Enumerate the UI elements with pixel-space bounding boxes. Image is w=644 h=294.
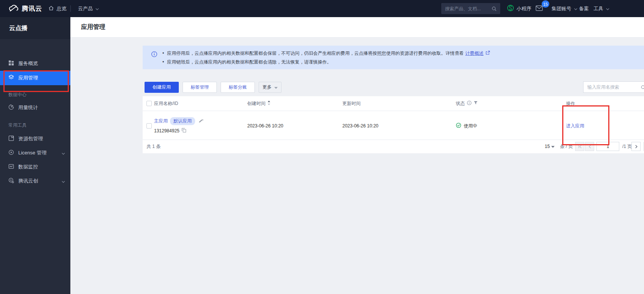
- top-nav-bar: 腾讯云 总览 云产品 小程序 15 集团账号: [0, 0, 644, 17]
- sidebar-item-license-management[interactable]: License 管理: [0, 146, 70, 160]
- more-button[interactable]: 更多: [259, 82, 281, 93]
- topbar-search-box[interactable]: [441, 3, 500, 14]
- created-time-cell: 2023-06-26 10:20: [247, 123, 283, 129]
- sort-icon[interactable]: [267, 100, 270, 106]
- chevron-down-icon: [606, 6, 609, 11]
- tag-split-button[interactable]: 标签分账: [221, 82, 255, 93]
- copy-icon[interactable]: [181, 128, 186, 134]
- banner-line1: 应用停用后，云点播应用内的相关数据和配置都会保留，不可访问，仍旧会产生相应的费用…: [167, 50, 464, 57]
- prev-page-button[interactable]: [585, 142, 594, 151]
- nav-tools[interactable]: 工具: [593, 0, 609, 17]
- sidebar-item-data-monitoring[interactable]: 数据监控: [0, 160, 70, 174]
- filter-funnel-icon[interactable]: [474, 101, 478, 106]
- sidebar-item-label: 腾讯云创: [18, 178, 38, 184]
- info-icon: [151, 51, 157, 59]
- app-search-input[interactable]: [584, 82, 644, 92]
- chevron-down-icon: [95, 6, 99, 11]
- search-icon[interactable]: [641, 85, 644, 91]
- nav-overview[interactable]: 总览: [48, 0, 67, 17]
- first-page-button[interactable]: [575, 142, 584, 151]
- caret-down-icon: [274, 85, 278, 90]
- app-name-link[interactable]: 主应用: [154, 118, 168, 124]
- nav-mini-program-label: 小程序: [517, 5, 531, 12]
- search-icon[interactable]: [491, 6, 497, 13]
- row-checkbox[interactable]: [146, 123, 152, 129]
- caret-down-icon: [551, 144, 555, 149]
- status-cell: 使用中: [456, 123, 477, 129]
- nav-mini-program[interactable]: 小程序: [507, 0, 531, 17]
- monitor-chart-icon: [8, 164, 14, 170]
- header-divider: [143, 111, 644, 111]
- total-count: 共 1 条: [146, 142, 161, 151]
- page-number-input[interactable]: [596, 142, 619, 151]
- sidebar-item-app-management[interactable]: 应用管理: [0, 71, 70, 85]
- message-count-badge: 15: [542, 0, 549, 8]
- sidebar-section-data-center: 数据中心: [8, 92, 27, 98]
- nav-products[interactable]: 云产品: [78, 0, 99, 17]
- nav-tools-label: 工具: [593, 5, 603, 12]
- billing-overview-link[interactable]: 计费概述: [465, 50, 483, 57]
- chevron-down-icon: [62, 178, 65, 184]
- sidebar-item-tencent-cloud-media[interactable]: 腾讯云创: [0, 174, 70, 188]
- column-header-status[interactable]: 状态: [456, 96, 478, 111]
- nav-group-account[interactable]: 集团账号: [552, 0, 577, 17]
- sidebar-item-label: 数据监控: [18, 164, 38, 170]
- grid-icon: [8, 60, 14, 67]
- sidebar: 云点播 服务概览 应用管理 数据中心 用量统计 常用工具 资源包管理 Licen…: [0, 17, 70, 294]
- action-cell: 进入应用: [566, 123, 584, 129]
- layers-icon: [8, 75, 14, 81]
- tencent-cloud-logo[interactable]: 腾讯云: [8, 0, 42, 17]
- sidebar-item-label: 应用管理: [18, 75, 38, 81]
- product-title: 云点播: [0, 17, 70, 39]
- sidebar-item-resource-packages[interactable]: 资源包管理: [0, 132, 70, 146]
- select-all-checkbox[interactable]: [146, 101, 152, 106]
- sidebar-item-label: 资源包管理: [18, 135, 43, 142]
- sidebar-item-label: 服务概览: [18, 60, 38, 67]
- nav-beian[interactable]: 备案: [579, 0, 589, 17]
- external-link-icon[interactable]: [485, 51, 490, 56]
- home-icon: [48, 5, 54, 12]
- edit-pencil-icon[interactable]: [199, 118, 204, 124]
- app-name-cell: 主应用 默认应用: [154, 118, 204, 124]
- mail-icon: [536, 5, 543, 12]
- more-label: 更多: [262, 84, 272, 91]
- next-page-button[interactable]: [631, 142, 641, 151]
- nav-beian-label: 备案: [579, 5, 589, 12]
- bullet: •: [162, 59, 164, 65]
- bullet: •: [162, 51, 164, 56]
- sidebar-section-common-tools: 常用工具: [8, 122, 27, 129]
- chevron-down-icon: [574, 6, 577, 11]
- sidebar-item-usage-stats[interactable]: 用量统计: [0, 100, 70, 115]
- updated-time-cell: 2023-06-26 10:20: [342, 123, 378, 129]
- column-header-name: 应用名称/ID: [154, 96, 178, 111]
- tag-split-label: 标签分账: [229, 84, 247, 91]
- banner-line2: 应用销毁后，云点播应用内的相关数据和配置都会清除，无法恢复，请谨慎操作。: [167, 59, 331, 65]
- brand-name: 腾讯云: [22, 4, 42, 13]
- mini-program-icon: [507, 5, 514, 13]
- pie-chart-icon: [8, 104, 14, 111]
- column-header-created[interactable]: 创建时间: [247, 96, 270, 111]
- app-id-cell: 1312984925: [154, 128, 186, 134]
- info-banner: • 应用停用后，云点播应用内的相关数据和配置都会保留，不可访问，仍旧会产生相应的…: [143, 46, 644, 69]
- info-icon[interactable]: [467, 100, 472, 106]
- page-header: 应用管理: [70, 17, 644, 37]
- create-app-button[interactable]: 创建应用: [145, 82, 179, 93]
- sidebar-item-label: 用量统计: [18, 104, 38, 111]
- enter-app-link[interactable]: 进入应用: [566, 123, 584, 129]
- app-id: 1312984925: [154, 128, 180, 133]
- tag-manage-label: 标签管理: [191, 84, 209, 91]
- page-size-value: 15: [545, 144, 550, 149]
- page-size-select[interactable]: 15: [545, 142, 555, 151]
- column-header-action: 操作: [566, 96, 575, 111]
- tag-manage-button[interactable]: 标签管理: [183, 82, 217, 93]
- nav-group-account-label: 集团账号: [552, 5, 571, 12]
- column-header-updated: 更新时间: [342, 96, 361, 111]
- status-label: 使用中: [464, 123, 477, 129]
- page-title: 应用管理: [81, 17, 105, 37]
- cloud-logo-icon: [8, 4, 19, 13]
- sidebar-item-service-overview[interactable]: 服务概览: [0, 56, 70, 71]
- page-size-unit: 条 / 页: [560, 142, 573, 151]
- package-icon: [8, 135, 14, 142]
- create-app-label: 创建应用: [153, 84, 171, 91]
- app-search-box[interactable]: [583, 81, 644, 93]
